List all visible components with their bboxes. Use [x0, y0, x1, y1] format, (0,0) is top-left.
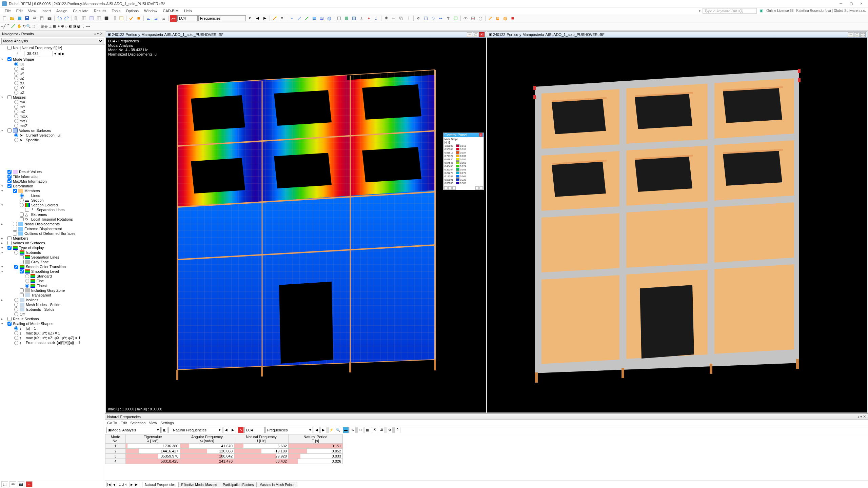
select-filter-button[interactable] [445, 15, 452, 22]
menu-results[interactable]: Results [91, 8, 109, 14]
nav-close-icon[interactable]: ✕ [100, 32, 103, 36]
isolate-button[interactable]: ◒ [77, 24, 80, 28]
outlines-check[interactable] [13, 231, 17, 236]
expand-icon[interactable]: ▸ [0, 222, 4, 226]
rp-lc-prev-icon[interactable]: ◀ [314, 427, 320, 433]
rp-lc-name[interactable]: Frequencies ▾ [265, 427, 313, 433]
view-min-icon[interactable]: ─ [848, 32, 853, 37]
node-button[interactable] [289, 15, 295, 22]
results-table[interactable]: Mode No. Eigenvalue λ [1/s²] Angular Fre… [105, 434, 868, 481]
rp-lc-code[interactable]: LC4 [244, 427, 265, 433]
tab-participation[interactable]: Participation Factors [220, 482, 257, 487]
report-button[interactable] [39, 15, 45, 22]
view-iso-button[interactable] [477, 15, 484, 22]
tab-natural-freq[interactable]: Natural Frequencies [142, 482, 179, 487]
page-first-icon[interactable]: |◀ [106, 482, 111, 487]
list-button[interactable] [160, 15, 167, 22]
nav-tab-data[interactable]: ⬚ [1, 481, 8, 487]
magic-wand-icon[interactable] [271, 15, 278, 22]
expand-icon[interactable]: ▾ [0, 322, 4, 325]
new-line-button[interactable]: ╱ [3, 24, 6, 28]
tables-button[interactable] [96, 15, 102, 22]
navigator-tree[interactable]: No. | Natural Frequency f [Hz] 38.432▾◀▶… [0, 45, 105, 480]
new-node-button[interactable]: • [1, 24, 3, 28]
maximize-button[interactable]: ▢ [846, 1, 856, 7]
nav-tab-display[interactable]: 👁 [9, 481, 16, 487]
rp-settings-icon[interactable]: ⚙ [387, 427, 393, 433]
members-sel-button[interactable] [487, 15, 494, 22]
rp-dock-icon[interactable]: ▾ [860, 414, 862, 419]
mode-prev-icon[interactable]: ◀ [58, 52, 60, 56]
view-title-left[interactable]: ▣ 240122-Portico-y-Mamposteria-AISLADO_1… [106, 32, 486, 38]
nav-views-button[interactable] [81, 15, 87, 22]
print-button[interactable] [31, 15, 38, 22]
table-row[interactable]: 3 35359.970 188.042 29.928 0.033 [105, 454, 343, 459]
rp-lc-next-icon[interactable]: ▶ [320, 427, 327, 433]
screenshot-button[interactable] [46, 15, 53, 22]
rp-menu-settings[interactable]: Settings [160, 421, 174, 425]
meshnodes-radio[interactable] [14, 303, 18, 307]
rp-print-icon[interactable]: 🖶 [379, 427, 385, 433]
section-radio[interactable] [20, 198, 24, 202]
minimize-button[interactable]: ─ [836, 1, 846, 7]
rp-export-icon[interactable]: ⇱ [372, 427, 378, 433]
vos-check[interactable] [7, 128, 12, 133]
expand-icon[interactable]: ▸ [0, 317, 4, 321]
control-panel-close-icon[interactable]: × [479, 133, 482, 137]
rp-table-select[interactable]: ☰ Natural Frequencies ▾ [168, 427, 222, 433]
cp-btn2[interactable] [448, 186, 452, 190]
rp-extremes-icon[interactable]: ⇅ [350, 427, 356, 433]
filter-icon[interactable]: ▾ [279, 15, 285, 22]
view-min-icon[interactable]: ─ [467, 32, 472, 37]
tab-masses-mesh[interactable]: Masses in Mesh Points [256, 482, 297, 487]
u-radio[interactable] [14, 62, 18, 66]
ux-radio[interactable] [14, 67, 18, 71]
expand-icon[interactable]: ▸ [0, 237, 4, 240]
view-close-icon[interactable]: ✕ [479, 32, 485, 37]
rp-find-icon[interactable]: 🔍 [335, 427, 341, 433]
zoom-window-button[interactable]: ⬚ [32, 24, 35, 28]
cp-btn1[interactable] [444, 186, 448, 190]
page-last-icon[interactable]: ▶| [135, 482, 139, 487]
scale-u1-radio[interactable] [14, 326, 18, 330]
cp-btn4[interactable] [475, 186, 479, 190]
mirror-button[interactable] [405, 15, 412, 22]
mode-next-icon[interactable]: ▶ [62, 52, 64, 56]
transparent-check[interactable] [20, 293, 24, 297]
rp-view-icon[interactable]: ▦ [364, 427, 370, 433]
snap-grid-button[interactable]: ⊞ [41, 24, 44, 28]
rp-help-icon[interactable]: ? [394, 427, 400, 433]
surfaces-sel-button[interactable] [494, 15, 501, 22]
menu-file[interactable]: File [2, 8, 14, 14]
select-related-button[interactable] [437, 15, 444, 22]
expand-icon[interactable]: ▾ [0, 129, 4, 132]
search-input[interactable]: Type a keyword (Alt+Q) [703, 8, 757, 14]
open-button[interactable] [9, 15, 16, 22]
expand-icon[interactable]: ▾ [0, 251, 4, 254]
rp-menu-selection[interactable]: Selection [130, 421, 145, 425]
select-poly-button[interactable] [430, 15, 437, 22]
menu-options[interactable]: Options [123, 8, 141, 14]
rp-menu-edit[interactable]: Edit [120, 421, 127, 425]
expand-icon[interactable]: ▾ [0, 246, 4, 249]
finest-radio[interactable] [25, 284, 29, 288]
grid-button[interactable]: ▦ [53, 24, 56, 28]
phix-radio[interactable] [14, 81, 18, 85]
origin-button[interactable]: ⊕ [61, 24, 64, 28]
mz-radio[interactable] [14, 109, 18, 114]
menu-assign[interactable]: Assign [54, 8, 70, 14]
isolines-radio[interactable] [14, 298, 18, 302]
table-row[interactable]: 4 58310.425 241.476 38.432 0.026 [105, 459, 343, 464]
ortho-button[interactable]: ⊥ [48, 24, 52, 28]
view-restore-icon[interactable]: ▢ [854, 32, 860, 37]
title-info-check[interactable] [7, 175, 12, 179]
my-radio[interactable] [14, 105, 18, 109]
expand-icon[interactable]: ▾ [0, 189, 4, 192]
view-max-icon[interactable]: ⛶ [860, 32, 866, 37]
off-radio[interactable] [14, 312, 18, 316]
line-button[interactable] [296, 15, 303, 22]
expand-icon[interactable]: ▸ [0, 298, 4, 302]
expand-icon[interactable]: ▾ [0, 203, 4, 207]
menu-window[interactable]: Window [141, 8, 160, 14]
expand-icon[interactable]: ▾ [0, 270, 4, 273]
